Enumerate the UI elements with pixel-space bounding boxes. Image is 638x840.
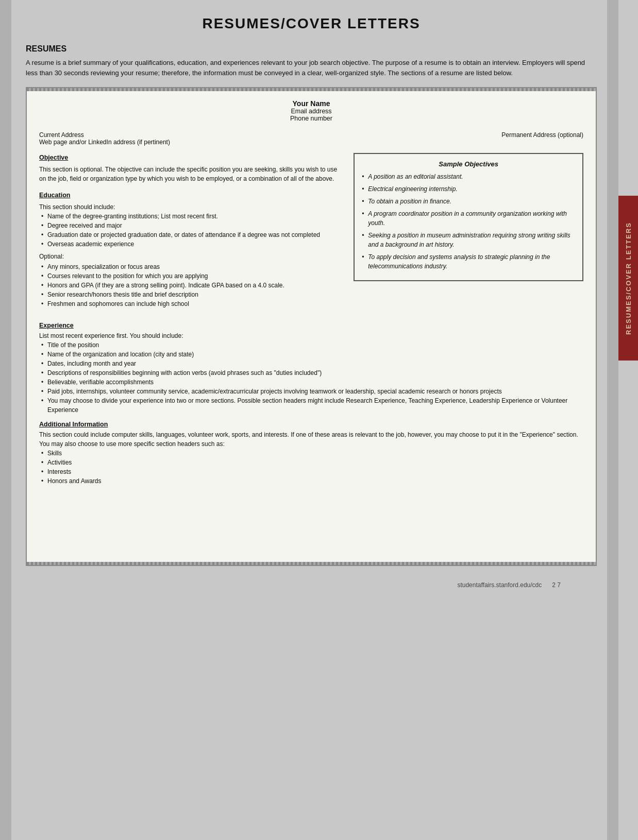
exp-item-5: Believable, verifiable accomplishments xyxy=(41,378,583,387)
education-label: Education xyxy=(39,191,345,200)
resumes-section: RESUMES A resume is a brief summary of y… xyxy=(26,44,597,78)
additional-intro: This section could include computer skil… xyxy=(39,430,583,449)
objective-text: This section is optional. The objective … xyxy=(39,165,345,183)
sample-obj-2: Electrical engineering internship. xyxy=(362,184,575,194)
objective-two-col: Objective This section is optional. The … xyxy=(39,153,583,315)
sample-objectives-col: Sample Objectives A position as an edito… xyxy=(354,153,583,315)
education-intro: This section should include: xyxy=(39,202,345,212)
add-item-1: Skills xyxy=(41,449,583,458)
experience-list: Title of the position Name of the organi… xyxy=(39,340,583,415)
objective-col-left: Objective This section is optional. The … xyxy=(39,153,345,315)
experience-section: Experience List most recent experience f… xyxy=(39,322,583,415)
additional-label: Additional Information xyxy=(39,421,583,428)
exp-item-6: Paid jobs, internships, volunteer commun… xyxy=(41,387,583,396)
education-item-1: Name of the degree-granting institutions… xyxy=(41,212,345,221)
objective-label: Objective xyxy=(39,153,345,163)
address-row: Current Address Web page and/or LinkedIn… xyxy=(39,131,583,146)
experience-label: Experience xyxy=(39,322,583,329)
address-left: Current Address Web page and/or LinkedIn… xyxy=(39,131,170,146)
education-list: Name of the degree-granting institutions… xyxy=(39,212,345,249)
side-tab-label: RESUMES/COVER LETTERS xyxy=(625,222,632,335)
resumes-heading: RESUMES xyxy=(26,44,597,54)
exp-item-2: Name of the organization and location (c… xyxy=(41,350,583,359)
resume-template-box: Your Name Email address Phone number Cur… xyxy=(26,87,597,566)
right-decorative-strip xyxy=(607,0,618,840)
page-footer: studentaffairs.stanford.edu/cdc 2 7 xyxy=(26,576,597,594)
sample-obj-1: A position as an editorial assistant. xyxy=(362,172,575,181)
add-item-4: Honors and Awards xyxy=(41,476,583,486)
education-opt-5: Freshmen and sophomores can include high… xyxy=(41,299,345,308)
education-opt-2: Courses relevant to the position for whi… xyxy=(41,271,345,281)
side-tab: RESUMES/COVER LETTERS xyxy=(618,196,638,361)
experience-intro: List most recent experience first. You s… xyxy=(39,331,583,340)
sample-obj-5: Seeking a position in museum administrat… xyxy=(362,231,575,249)
add-item-2: Activities xyxy=(41,458,583,467)
education-opt-1: Any minors, specialization or focus area… xyxy=(41,262,345,271)
resume-box-spacer xyxy=(39,492,583,554)
exp-item-1: Title of the position xyxy=(41,340,583,350)
sample-objectives-box: Sample Objectives A position as an edito… xyxy=(354,153,583,281)
education-item-4: Overseas academic experience xyxy=(41,239,345,249)
education-opt-4: Senior research/honors thesis title and … xyxy=(41,290,345,299)
footer-page: 2 7 xyxy=(552,581,561,589)
resumes-intro: A resume is a brief summary of your qual… xyxy=(26,58,597,78)
current-address-label: Current Address xyxy=(39,131,170,139)
education-opt-3: Honors and GPA (if they are a strong sel… xyxy=(41,281,345,290)
education-item-3: Graduation date or projected graduation … xyxy=(41,230,345,239)
page-title: RESUMES/COVER LETTERS xyxy=(26,15,597,32)
resume-phone: Phone number xyxy=(39,115,583,122)
sample-obj-6: To apply decision and systems analysis t… xyxy=(362,252,575,271)
additional-section: Additional Information This section coul… xyxy=(39,421,583,486)
education-optional-list: Any minors, specialization or focus area… xyxy=(39,262,345,308)
sample-obj-3: To obtain a position in finance. xyxy=(362,197,575,206)
education-section: Education This section should include: N… xyxy=(39,191,345,308)
footer-url: studentaffairs.stanford.edu/cdc xyxy=(457,581,542,589)
resume-header: Your Name Email address Phone number xyxy=(39,99,583,122)
exp-item-7: You may choose to divide your experience… xyxy=(41,396,583,415)
additional-list: Skills Activities Interests Honors and A… xyxy=(39,449,583,486)
sample-obj-4: A program coordinator position in a comm… xyxy=(362,209,575,228)
web-address: Web page and/or LinkedIn address (if per… xyxy=(39,139,170,146)
optional-label: Optional: xyxy=(39,252,345,261)
permanent-address: Permanent Address (optional) xyxy=(501,131,583,146)
resume-name: Your Name xyxy=(39,99,583,108)
add-item-3: Interests xyxy=(41,467,583,476)
sample-objectives-title: Sample Objectives xyxy=(362,160,575,168)
education-item-2: Degree received and major xyxy=(41,221,345,230)
exp-item-3: Dates, including month and year xyxy=(41,359,583,368)
sample-objectives-list: A position as an editorial assistant. El… xyxy=(362,172,575,271)
resume-email: Email address xyxy=(39,108,583,115)
left-decorative-strip xyxy=(0,0,11,840)
exp-item-4: Descriptions of responsibilities beginni… xyxy=(41,368,583,378)
